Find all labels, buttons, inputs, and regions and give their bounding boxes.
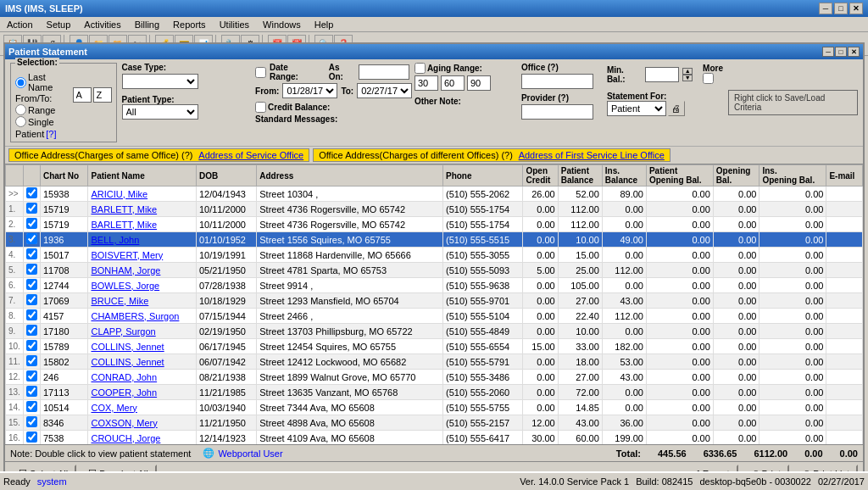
row-checkbox-cell[interactable] (23, 293, 40, 309)
col-ins-open[interactable]: Ins.Opening Bal. (760, 165, 826, 187)
col-dob[interactable]: DOB (196, 165, 256, 187)
table-row[interactable]: 8. 4157 CHAMBERS, Surgon 07/15/1944 Stre… (6, 309, 863, 324)
col-ins-bal[interactable]: Ins.Balance (602, 165, 646, 187)
from-date-select[interactable]: 01/28/17 (282, 83, 337, 98)
row-checkbox[interactable] (26, 294, 37, 305)
range-radio-label[interactable]: Range (15, 104, 71, 115)
row-checkbox-cell[interactable] (23, 324, 40, 339)
row-checkbox[interactable] (26, 325, 37, 336)
row-checkbox[interactable] (26, 248, 37, 259)
tab2-sub-link[interactable]: Address of First Service Line Office (519, 150, 665, 160)
row-checkbox-cell[interactable] (23, 309, 40, 324)
table-row[interactable]: 1. 15719 BARLETT, Mike 10/11/2000 Street… (6, 202, 863, 217)
last-name-radio[interactable] (15, 77, 26, 88)
patient-table-container[interactable]: Chart No Patient Name DOB Address Phone … (5, 164, 863, 444)
maximize-btn[interactable]: □ (834, 3, 848, 14)
dialog-close[interactable]: ✕ (848, 47, 860, 57)
row-checkbox-cell[interactable] (23, 370, 40, 385)
table-row[interactable]: >> 15938 ARICIU, Mike 12/04/1943 Street … (6, 187, 863, 202)
single-radio[interactable] (15, 116, 26, 127)
patient-type-select[interactable]: All (122, 104, 198, 120)
row-checkbox-cell[interactable] (23, 232, 40, 248)
row-checkbox-cell[interactable] (23, 415, 40, 431)
table-row[interactable]: 16. 7538 CROUCH, Jorge 12/14/1923 Street… (6, 431, 863, 445)
tab-office-same[interactable]: Office Address(Charges of same Office) (… (8, 148, 309, 162)
aging-60-input[interactable] (441, 75, 465, 91)
row-checkbox[interactable] (26, 340, 37, 351)
statement-for-select[interactable]: Patient (607, 101, 666, 116)
row-checkbox-cell[interactable] (23, 278, 40, 293)
tab-office-different[interactable]: Office Address(Charges of different Offi… (313, 148, 670, 162)
menu-reports[interactable]: Reports (170, 19, 209, 31)
col-phone[interactable]: Phone (442, 165, 522, 187)
col-open-credit[interactable]: OpenCredit (523, 165, 558, 187)
credit-balance-checkbox[interactable] (255, 102, 266, 113)
close-btn[interactable]: ✕ (849, 3, 863, 14)
min-bal-spinner[interactable]: ▲ ▼ (682, 68, 693, 81)
row-checkbox[interactable] (26, 355, 37, 366)
single-radio-label[interactable]: Single (15, 116, 71, 127)
taskbar-system[interactable]: system (37, 476, 67, 487)
table-row[interactable]: 2. 15719 BARLETT, Mike 10/11/2000 Street… (6, 217, 863, 232)
menu-action[interactable]: Action (3, 19, 36, 31)
date-range-checkbox[interactable] (255, 67, 266, 78)
table-row[interactable]: 7. 17069 BRUCE, Mike 10/18/1929 Street 1… (6, 293, 863, 309)
table-row[interactable]: 12. 246 CONRAD, John 08/21/1938 Street 1… (6, 370, 863, 385)
row-checkbox-cell[interactable] (23, 431, 40, 445)
table-row[interactable]: 9. 17180 CLAPP, Surgon 02/19/1950 Street… (6, 324, 863, 339)
table-row[interactable]: 10. 15789 COLLINS, Jennet 06/17/1945 Str… (6, 339, 863, 354)
min-bal-input[interactable]: 10.00 (645, 67, 679, 82)
col-chart[interactable]: Chart No (40, 165, 88, 187)
more-checkbox[interactable] (703, 73, 714, 84)
aging-30-input[interactable] (415, 75, 438, 91)
provider-input[interactable]: All (521, 104, 593, 120)
spin-up[interactable]: ▲ (682, 68, 693, 75)
row-checkbox-cell[interactable] (23, 339, 40, 354)
minimize-btn[interactable]: ─ (819, 3, 832, 14)
patient-help[interactable]: [?] (46, 129, 56, 139)
table-row[interactable]: 14. 10514 COX, Mery 10/03/1940 Street 73… (6, 400, 863, 415)
aging-range-checkbox[interactable] (415, 63, 426, 74)
table-row[interactable]: 5. 11708 BONHAM, Jorge 05/21/1950 Street… (6, 263, 863, 278)
row-checkbox[interactable] (26, 309, 37, 320)
aging-90-input[interactable] (467, 75, 491, 91)
table-row[interactable]: 6. 12744 BOWLES, Jorge 07/28/1938 Street… (6, 278, 863, 293)
row-checkbox[interactable] (26, 264, 37, 275)
table-row[interactable]: 4. 15017 BOISVERT, Mery 10/19/1991 Stree… (6, 248, 863, 263)
row-checkbox[interactable] (26, 370, 37, 381)
row-checkbox-cell[interactable] (23, 263, 40, 278)
range-from-input[interactable] (73, 87, 92, 103)
row-checkbox-cell[interactable] (23, 248, 40, 263)
menu-setup[interactable]: Setup (43, 19, 75, 31)
row-checkbox[interactable] (26, 233, 37, 244)
table-row[interactable]: 3. 1936 BELL, John 01/10/1952 Street 155… (6, 232, 863, 248)
menu-utilities[interactable]: Utilities (216, 19, 253, 31)
row-checkbox-cell[interactable] (23, 202, 40, 217)
status-user[interactable]: Webportal User (218, 448, 282, 459)
menu-activities[interactable]: Activities (81, 19, 124, 31)
row-checkbox-cell[interactable] (23, 187, 40, 202)
row-checkbox[interactable] (26, 203, 37, 214)
table-row[interactable]: 15. 8346 COXSON, Mery 11/21/1950 Street … (6, 415, 863, 431)
spin-down[interactable]: ▼ (682, 75, 693, 81)
col-open-bal[interactable]: OpeningBal. (713, 165, 760, 187)
row-checkbox[interactable] (26, 432, 37, 443)
case-type-select[interactable] (122, 74, 198, 89)
row-checkbox[interactable] (26, 416, 37, 427)
dialog-maximize[interactable]: □ (835, 47, 847, 57)
tab1-sub-link[interactable]: Address of Service Office (198, 150, 303, 160)
col-pat-open[interactable]: PatientOpening Bal. (646, 165, 713, 187)
col-name[interactable]: Patient Name (88, 165, 196, 187)
col-email[interactable]: E-mail (826, 165, 863, 187)
menu-windows[interactable]: Windows (259, 19, 304, 31)
dialog-minimize[interactable]: ─ (822, 47, 834, 57)
row-checkbox-cell[interactable] (23, 385, 40, 400)
row-checkbox[interactable] (26, 386, 37, 397)
menu-help[interactable]: Help (311, 19, 337, 31)
row-checkbox-cell[interactable] (23, 217, 40, 232)
to-date-select[interactable]: 02/27/17 (357, 83, 412, 98)
col-address[interactable]: Address (257, 165, 443, 187)
office-input[interactable]: All (521, 74, 593, 89)
as-on-input[interactable]: 02/27/17 (359, 64, 409, 80)
statement-icon[interactable]: 🖨 (668, 101, 685, 116)
